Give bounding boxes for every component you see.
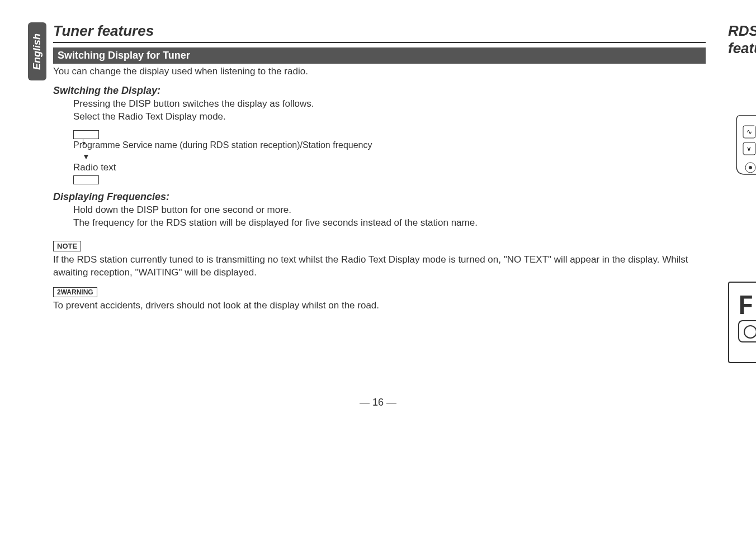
page-content: English Tuner features Switching Display… — [28, 22, 728, 363]
disc-icon — [738, 320, 756, 342]
note-body: If the RDS station currently tuned to is… — [53, 254, 706, 279]
left-column: English Tuner features Switching Display… — [28, 22, 706, 363]
flow-box-icon: ▼ — [73, 130, 99, 139]
panel-bottom-labels: #1 - 6 TI/VOL ADJ DISP/NAME.S AM — [728, 183, 756, 213]
svg-point-6 — [749, 166, 752, 169]
svg-text:∨: ∨ — [746, 145, 752, 153]
section-title: Switching Display for Tuner — [53, 47, 706, 64]
flow-step-2: Radio text — [73, 162, 706, 173]
svg-text:∿: ∿ — [746, 128, 752, 136]
down-arrow-icon: ▼ — [82, 152, 90, 161]
lcd-band: FM1 — [738, 291, 756, 322]
warning-label: 2WARNING — [53, 287, 97, 297]
lcd-level-bar: ▰▰▰▰▰▰▰▰▰▰▰▰▰▰▰▰ — [738, 345, 756, 356]
displaying-frequencies-body: Hold down the DISP button for one second… — [73, 204, 706, 230]
lcd-screen: FM1 KENWOOD PTY TI ▰▰▰▰▰▰▰▰▰▰▰▰▰▰▰▰ — [728, 282, 756, 363]
flow-box-icon — [73, 175, 99, 184]
flow-step-1: Programme Service name (during RDS stati… — [73, 140, 706, 150]
switching-display-body: Pressing the DISP button switches the di… — [73, 98, 706, 123]
note-label: NOTE — [53, 241, 81, 251]
display-flow-diagram: ▼ Programme Service name (during RDS sta… — [73, 129, 706, 184]
lcd-display-diagram: PTY indicator TI indicator FM1 KENWOOD P… — [728, 258, 756, 363]
warning-body: To prevent accidents, drivers should not… — [53, 299, 706, 312]
section-intro: You can change the display used when lis… — [53, 66, 706, 77]
page-number: — 16 — — [28, 397, 728, 408]
indicator-lines — [728, 269, 756, 282]
language-tab: English — [28, 22, 46, 80]
tuner-features-heading: Tuner features — [53, 22, 706, 43]
panel-top-labels: |◀◀ FM ▶II(PTY) ▶▶| — [728, 77, 756, 99]
indicator-labels: PTY indicator TI indicator — [728, 258, 756, 269]
head-unit-svg: KENWOOD ∿ ∨ ATT●LOUD 1 2 3 4 5 6 SCANRDM… — [728, 99, 756, 183]
displaying-frequencies-subhead: Displaying Frequencies: — [53, 191, 706, 203]
left-content: Tuner features Switching Display for Tun… — [53, 22, 706, 363]
switching-display-subhead: Switching the Display: — [53, 85, 706, 97]
